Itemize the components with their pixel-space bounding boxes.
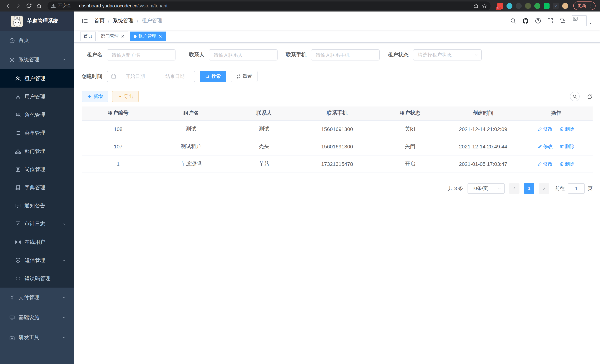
- sidebar-item-dept[interactable]: 部门管理: [0, 142, 74, 160]
- edit-link[interactable]: 修改: [537, 126, 553, 132]
- page-unit-label: 页: [588, 185, 593, 192]
- tab-tenant[interactable]: 租户管理: [130, 31, 166, 41]
- filter-create-time: 创建时间 开始日期 - 结束日期: [82, 71, 195, 82]
- next-page-button[interactable]: [539, 183, 549, 194]
- refresh-table-button[interactable]: [587, 94, 593, 99]
- status-select[interactable]: 请选择租户状态: [413, 49, 482, 60]
- divider: [75, 3, 75, 8]
- chevron-up-icon: [62, 58, 66, 62]
- url-domain: dashboard.yudao.iocoder.cn: [79, 3, 137, 8]
- sidebar-item-user[interactable]: 用户管理: [0, 88, 74, 106]
- column-header: 租户状态: [374, 106, 447, 120]
- delete-link[interactable]: 删除: [559, 160, 575, 167]
- fullscreen-icon[interactable]: [547, 18, 553, 24]
- filter-label: 租户名: [82, 52, 107, 58]
- forward-icon[interactable]: [13, 1, 23, 10]
- browser-menu-dots-icon[interactable]: [588, 3, 594, 9]
- close-icon[interactable]: [121, 34, 125, 38]
- goto-page-input[interactable]: [568, 183, 585, 194]
- page-number-button[interactable]: 1: [524, 183, 534, 194]
- sidebar-item-label: 首页: [19, 37, 66, 44]
- sidebar-item-tenant[interactable]: 租户管理: [0, 69, 74, 88]
- extension-icon[interactable]: [506, 3, 512, 9]
- sidebar-item-error-code[interactable]: 错误码管理: [0, 269, 74, 288]
- table-row: 1 芋道源码 芋艿 17321315478 开启 2021-01-05 17:0…: [82, 155, 593, 173]
- browser-update-button[interactable]: 更新: [573, 1, 596, 10]
- sidebar-item-devtools[interactable]: 研发工具: [0, 328, 74, 348]
- tab-home[interactable]: 首页: [80, 31, 96, 41]
- help-icon[interactable]: [535, 18, 541, 24]
- sidebar-item-audit-log[interactable]: 审计日志: [0, 215, 74, 233]
- reload-icon[interactable]: [24, 1, 33, 10]
- caret-down-icon: [589, 21, 593, 26]
- prev-page-button[interactable]: [509, 183, 519, 194]
- share-icon[interactable]: [473, 3, 478, 8]
- back-icon[interactable]: [3, 1, 13, 10]
- sidebar-collapse-icon[interactable]: [82, 18, 88, 24]
- extension-icon[interactable]: [544, 3, 550, 9]
- cell-status: 关闭: [374, 138, 447, 155]
- search-button[interactable]: 搜索: [200, 71, 226, 82]
- breadcrumb-system[interactable]: 系统管理: [113, 18, 134, 24]
- goto-label: 前往: [555, 185, 565, 192]
- cell-actions: 修改 删除: [519, 120, 593, 138]
- tab-dept[interactable]: 部门管理: [98, 31, 128, 41]
- search-icon[interactable]: [510, 18, 516, 24]
- delete-link[interactable]: 删除: [559, 143, 575, 150]
- filter-status: 租户状态 请选择租户状态: [388, 49, 482, 60]
- breadcrumb-home[interactable]: 首页: [94, 18, 105, 24]
- date-range-picker[interactable]: 开始日期 - 结束日期: [107, 71, 195, 82]
- sidebar-item-label: 审计日志: [25, 221, 59, 227]
- toggle-search-button[interactable]: [570, 92, 580, 101]
- browser-chrome: 不安全 dashboard.yudao.iocoder.cn/system/te…: [0, 0, 600, 11]
- sidebar-item-notice[interactable]: 通知公告: [0, 197, 74, 215]
- plus-icon: [87, 94, 92, 99]
- extension-icon[interactable]: ✣: [553, 3, 559, 9]
- sidebar-item-home[interactable]: 首页: [0, 31, 74, 50]
- tags-view: 首页 部门管理 租户管理: [74, 30, 600, 43]
- reset-button[interactable]: 重置: [231, 71, 258, 82]
- sidebar-item-label: 租户管理: [25, 75, 66, 82]
- download-icon: [118, 94, 122, 99]
- sidebar-item-online-user[interactable]: 在线用户: [0, 233, 74, 251]
- font-size-icon[interactable]: [560, 18, 565, 24]
- edit-link[interactable]: 修改: [537, 143, 553, 150]
- tenant-name-input[interactable]: [107, 49, 176, 60]
- sidebar-item-role[interactable]: 角色管理: [0, 106, 74, 124]
- bookmark-star-icon[interactable]: [482, 3, 487, 8]
- sidebar-item-system[interactable]: 系统管理: [0, 50, 74, 69]
- shield-icon: [15, 258, 21, 263]
- badge-card-icon: [15, 167, 21, 172]
- calendar-icon: [111, 74, 116, 79]
- add-button[interactable]: 新增: [82, 91, 108, 102]
- sidebar-item-infra[interactable]: 基础设施: [0, 308, 74, 328]
- extension-icon[interactable]: [525, 3, 531, 9]
- toolbox-icon: [9, 335, 15, 340]
- address-bar[interactable]: 不安全 dashboard.yudao.iocoder.cn/system/te…: [47, 1, 490, 10]
- column-header: 租户编号: [82, 106, 155, 120]
- extension-icon[interactable]: [516, 3, 522, 9]
- contact-input[interactable]: [209, 49, 278, 60]
- page-size-select[interactable]: 10条/页: [468, 183, 505, 194]
- sidebar-item-dict[interactable]: 字典管理: [0, 178, 74, 197]
- extension-icon[interactable]: [534, 3, 540, 9]
- search-icon: [572, 94, 577, 99]
- close-icon[interactable]: [158, 34, 162, 38]
- sidebar-item-label: 字典管理: [25, 184, 66, 191]
- extension-icon[interactable]: 10: [497, 3, 503, 9]
- sidebar-item-post[interactable]: 岗位管理: [0, 160, 74, 178]
- sidebar-item-sms[interactable]: 短信管理: [0, 251, 74, 269]
- phone-input[interactable]: [311, 49, 380, 60]
- browser-home-icon[interactable]: [34, 1, 44, 10]
- app-logo[interactable]: 芋道管理系统: [0, 11, 74, 31]
- profile-avatar-icon[interactable]: [562, 3, 568, 9]
- sidebar-item-payment[interactable]: 支付管理: [0, 288, 74, 308]
- export-button[interactable]: 导出: [112, 91, 139, 102]
- edit-link[interactable]: 修改: [537, 160, 553, 167]
- delete-link[interactable]: 删除: [559, 126, 575, 132]
- github-icon[interactable]: [523, 18, 529, 24]
- right-toolbar: [570, 92, 593, 101]
- sidebar-item-menu[interactable]: 菜单管理: [0, 124, 74, 142]
- breadcrumb-current: 租户管理: [142, 18, 162, 24]
- user-avatar-menu[interactable]: [572, 15, 593, 26]
